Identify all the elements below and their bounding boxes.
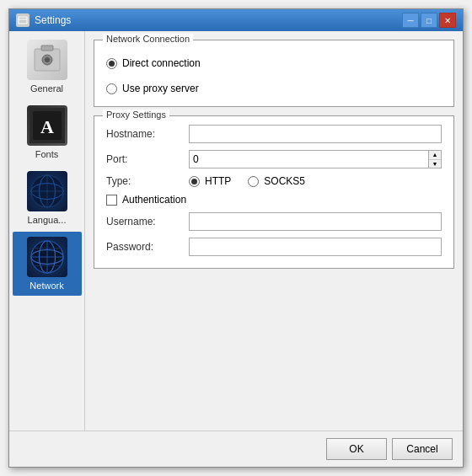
- svg-point-5: [45, 57, 50, 62]
- sidebar-item-language[interactable]: Langua...: [13, 166, 82, 230]
- maximize-button[interactable]: □: [421, 13, 437, 28]
- port-decrement[interactable]: ▼: [429, 160, 441, 168]
- direct-connection-label: Direct connection: [122, 57, 201, 69]
- socks5-label: SOCKS5: [264, 175, 305, 187]
- sidebar-item-network-label: Network: [30, 281, 63, 291]
- sidebar-item-network[interactable]: Network: [13, 232, 82, 296]
- username-input[interactable]: [189, 212, 442, 231]
- network-connection-group: Network Connection Direct connection Use…: [94, 40, 454, 107]
- connection-type-radio-group: Direct connection Use proxy server: [106, 49, 442, 94]
- auth-row: Authentication: [106, 194, 442, 206]
- cancel-button[interactable]: Cancel: [392, 438, 453, 460]
- type-options: HTTP SOCKS5: [189, 175, 305, 187]
- proxy-server-radio[interactable]: [106, 83, 117, 94]
- port-input[interactable]: [189, 150, 428, 168]
- type-row: Type: HTTP SOCKS5: [106, 175, 442, 187]
- content-area: General A Fonts: [9, 31, 463, 431]
- window-icon: [16, 13, 30, 27]
- proxy-server-label: Use proxy server: [122, 83, 199, 94]
- close-button[interactable]: ✕: [439, 13, 456, 28]
- port-input-wrap: ▲ ▼: [189, 150, 442, 168]
- proxy-server-option[interactable]: Use proxy server: [106, 83, 442, 94]
- svg-rect-0: [19, 17, 27, 24]
- proxy-settings-form: Hostname: Port: ▲ ▼: [106, 125, 442, 256]
- port-label: Port:: [106, 153, 182, 165]
- proxy-settings-title: Proxy Settings: [103, 110, 169, 120]
- window-title: Settings: [35, 14, 71, 26]
- http-type-option[interactable]: HTTP: [189, 175, 231, 187]
- minimize-button[interactable]: ─: [402, 13, 419, 28]
- direct-connection-option[interactable]: Direct connection: [106, 57, 442, 69]
- language-icon: [27, 171, 67, 211]
- sidebar-item-language-label: Langua...: [28, 215, 67, 225]
- hostname-input[interactable]: [189, 125, 442, 143]
- port-increment[interactable]: ▲: [429, 151, 441, 160]
- auth-checkbox-row[interactable]: Authentication: [106, 194, 186, 206]
- http-label: HTTP: [205, 175, 231, 187]
- svg-rect-3: [41, 45, 53, 51]
- direct-connection-radio[interactable]: [106, 58, 117, 69]
- network-icon: [27, 237, 67, 277]
- username-row: Username:: [106, 212, 442, 231]
- sidebar-item-fonts[interactable]: A Fonts: [13, 100, 82, 164]
- http-radio[interactable]: [189, 176, 200, 187]
- main-panel: Network Connection Direct connection Use…: [85, 31, 463, 431]
- port-spinner: ▲ ▼: [428, 150, 442, 168]
- title-bar: Settings ─ □ ✕: [9, 9, 463, 31]
- port-row: Port: ▲ ▼: [106, 150, 442, 168]
- sidebar-item-general[interactable]: General: [13, 35, 82, 99]
- network-connection-title: Network Connection: [103, 34, 193, 44]
- general-icon: [27, 40, 67, 80]
- ok-button[interactable]: OK: [326, 438, 387, 460]
- auth-label: Authentication: [122, 194, 186, 206]
- hostname-label: Hostname:: [106, 128, 182, 140]
- type-label: Type:: [106, 175, 182, 187]
- sidebar-item-fonts-label: Fonts: [35, 149, 59, 159]
- settings-window: Settings ─ □ ✕ General: [8, 8, 464, 468]
- fonts-icon: A: [27, 105, 67, 146]
- username-label: Username:: [106, 216, 182, 227]
- password-row: Password:: [106, 238, 442, 256]
- socks5-radio[interactable]: [248, 176, 259, 187]
- footer: OK Cancel: [9, 431, 463, 467]
- proxy-settings-group: Proxy Settings Hostname: Port: ▲: [94, 115, 454, 269]
- svg-text:A: A: [40, 116, 54, 137]
- password-label: Password:: [106, 241, 182, 253]
- auth-checkbox[interactable]: [106, 195, 117, 206]
- sidebar-item-general-label: General: [30, 83, 63, 94]
- title-controls: ─ □ ✕: [402, 13, 456, 28]
- socks5-type-option[interactable]: SOCKS5: [248, 175, 305, 187]
- hostname-row: Hostname:: [106, 125, 442, 143]
- title-bar-left: Settings: [16, 13, 71, 27]
- sidebar: General A Fonts: [9, 31, 85, 431]
- password-input[interactable]: [189, 238, 442, 256]
